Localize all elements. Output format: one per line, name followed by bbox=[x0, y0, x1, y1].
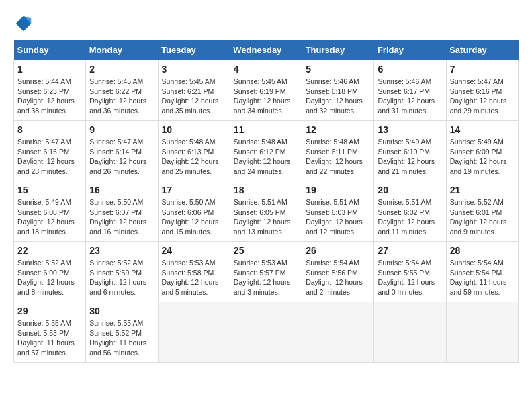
sunset-text: Sunset: 6:09 PM bbox=[450, 147, 515, 157]
sunset-text: Sunset: 6:05 PM bbox=[234, 208, 298, 218]
day-info: Sunrise: 5:47 AM Sunset: 6:14 PM Dayligh… bbox=[89, 137, 154, 177]
sunset-text: Sunset: 6:14 PM bbox=[89, 147, 154, 157]
calendar-cell: 1 Sunrise: 5:44 AM Sunset: 6:23 PM Dayli… bbox=[14, 60, 86, 121]
daylight-text: Daylight: 12 hours and 28 minutes. bbox=[17, 156, 82, 176]
day-info: Sunrise: 5:55 AM Sunset: 5:53 PM Dayligh… bbox=[17, 318, 82, 358]
calendar-cell: 13 Sunrise: 5:49 AM Sunset: 6:10 PM Dayl… bbox=[374, 121, 446, 181]
day-info: Sunrise: 5:49 AM Sunset: 6:08 PM Dayligh… bbox=[17, 197, 82, 237]
day-info: Sunrise: 5:53 AM Sunset: 5:58 PM Dayligh… bbox=[162, 258, 226, 298]
sunset-text: Sunset: 5:55 PM bbox=[378, 268, 442, 278]
calendar-cell: 11 Sunrise: 5:48 AM Sunset: 6:12 PM Dayl… bbox=[230, 121, 302, 181]
sunset-text: Sunset: 6:15 PM bbox=[17, 147, 82, 157]
day-number: 3 bbox=[162, 64, 226, 75]
sunrise-text: Sunrise: 5:45 AM bbox=[162, 77, 226, 87]
day-info: Sunrise: 5:55 AM Sunset: 5:52 PM Dayligh… bbox=[89, 318, 154, 358]
sunrise-text: Sunrise: 5:52 AM bbox=[89, 258, 154, 268]
daylight-text: Daylight: 12 hours and 2 minutes. bbox=[306, 277, 370, 297]
day-number: 14 bbox=[450, 124, 515, 135]
daylight-text: Daylight: 12 hours and 16 minutes. bbox=[89, 217, 154, 236]
calendar-cell: 17 Sunrise: 5:50 AM Sunset: 6:06 PM Dayl… bbox=[158, 181, 230, 242]
sunrise-text: Sunrise: 5:52 AM bbox=[17, 258, 82, 268]
sunset-text: Sunset: 6:02 PM bbox=[378, 208, 442, 218]
day-header-saturday: Saturday bbox=[446, 40, 518, 60]
day-info: Sunrise: 5:54 AM Sunset: 5:56 PM Dayligh… bbox=[306, 258, 370, 298]
calendar-cell: 18 Sunrise: 5:51 AM Sunset: 6:05 PM Dayl… bbox=[230, 181, 302, 242]
daylight-text: Daylight: 12 hours and 26 minutes. bbox=[89, 156, 154, 176]
sunrise-text: Sunrise: 5:54 AM bbox=[378, 258, 442, 268]
calendar-cell: 24 Sunrise: 5:53 AM Sunset: 5:58 PM Dayl… bbox=[158, 242, 230, 302]
day-number: 27 bbox=[378, 245, 442, 256]
day-number: 16 bbox=[89, 185, 154, 195]
day-header-wednesday: Wednesday bbox=[230, 40, 302, 60]
day-header-friday: Friday bbox=[374, 40, 446, 60]
sunrise-text: Sunrise: 5:46 AM bbox=[378, 77, 442, 87]
sunset-text: Sunset: 6:08 PM bbox=[17, 208, 82, 218]
day-number: 17 bbox=[162, 185, 226, 195]
day-number: 24 bbox=[162, 245, 226, 256]
sunset-text: Sunset: 6:01 PM bbox=[450, 208, 515, 218]
sunrise-text: Sunrise: 5:51 AM bbox=[306, 197, 370, 208]
sunrise-text: Sunrise: 5:50 AM bbox=[89, 197, 154, 208]
calendar-cell: 27 Sunrise: 5:54 AM Sunset: 5:55 PM Dayl… bbox=[374, 242, 446, 302]
daylight-text: Daylight: 12 hours and 8 minutes. bbox=[17, 277, 82, 297]
calendar-cell: 26 Sunrise: 5:54 AM Sunset: 5:56 PM Dayl… bbox=[302, 242, 374, 302]
day-number: 30 bbox=[89, 306, 154, 316]
daylight-text: Daylight: 12 hours and 15 minutes. bbox=[162, 217, 226, 236]
sunrise-text: Sunrise: 5:51 AM bbox=[234, 197, 298, 208]
sunrise-text: Sunrise: 5:54 AM bbox=[306, 258, 370, 268]
day-header-sunday: Sunday bbox=[14, 40, 86, 60]
daylight-text: Daylight: 12 hours and 35 minutes. bbox=[162, 96, 226, 116]
daylight-text: Daylight: 11 hours and 59 minutes. bbox=[450, 277, 515, 297]
day-info: Sunrise: 5:44 AM Sunset: 6:23 PM Dayligh… bbox=[17, 77, 82, 116]
daylight-text: Daylight: 12 hours and 21 minutes. bbox=[378, 156, 442, 176]
day-number: 23 bbox=[89, 245, 154, 256]
day-number: 4 bbox=[234, 64, 298, 75]
day-info: Sunrise: 5:46 AM Sunset: 6:18 PM Dayligh… bbox=[306, 77, 370, 116]
daylight-text: Daylight: 12 hours and 11 minutes. bbox=[378, 217, 442, 236]
day-info: Sunrise: 5:47 AM Sunset: 6:15 PM Dayligh… bbox=[17, 137, 82, 177]
sunrise-text: Sunrise: 5:54 AM bbox=[450, 258, 515, 268]
calendar-cell bbox=[302, 302, 374, 363]
sunrise-text: Sunrise: 5:44 AM bbox=[17, 77, 82, 87]
daylight-text: Daylight: 11 hours and 56 minutes. bbox=[89, 338, 154, 357]
sunset-text: Sunset: 6:22 PM bbox=[89, 87, 154, 97]
day-info: Sunrise: 5:53 AM Sunset: 5:57 PM Dayligh… bbox=[234, 258, 298, 298]
day-number: 10 bbox=[162, 124, 226, 135]
calendar-cell: 4 Sunrise: 5:45 AM Sunset: 6:19 PM Dayli… bbox=[230, 60, 302, 121]
day-info: Sunrise: 5:54 AM Sunset: 5:55 PM Dayligh… bbox=[378, 258, 442, 298]
page-header bbox=[13, 13, 519, 34]
day-number: 7 bbox=[450, 64, 515, 75]
calendar-cell: 3 Sunrise: 5:45 AM Sunset: 6:21 PM Dayli… bbox=[158, 60, 230, 121]
sunset-text: Sunset: 5:59 PM bbox=[89, 268, 154, 278]
daylight-text: Daylight: 12 hours and 13 minutes. bbox=[234, 217, 298, 236]
day-number: 8 bbox=[17, 124, 82, 135]
sunset-text: Sunset: 5:56 PM bbox=[306, 268, 370, 278]
calendar-cell bbox=[158, 302, 230, 363]
sunset-text: Sunset: 5:54 PM bbox=[450, 268, 515, 278]
calendar-cell: 6 Sunrise: 5:46 AM Sunset: 6:17 PM Dayli… bbox=[374, 60, 446, 121]
calendar-cell: 8 Sunrise: 5:47 AM Sunset: 6:15 PM Dayli… bbox=[14, 121, 86, 181]
calendar-table: SundayMondayTuesdayWednesdayThursdayFrid… bbox=[13, 40, 519, 363]
day-info: Sunrise: 5:52 AM Sunset: 5:59 PM Dayligh… bbox=[89, 258, 154, 298]
calendar-cell: 12 Sunrise: 5:48 AM Sunset: 6:11 PM Dayl… bbox=[302, 121, 374, 181]
sunset-text: Sunset: 6:16 PM bbox=[450, 87, 515, 97]
day-number: 21 bbox=[450, 185, 515, 195]
calendar-cell: 14 Sunrise: 5:49 AM Sunset: 6:09 PM Dayl… bbox=[446, 121, 518, 181]
sunrise-text: Sunrise: 5:49 AM bbox=[450, 137, 515, 147]
sunrise-text: Sunrise: 5:46 AM bbox=[306, 77, 370, 87]
day-number: 5 bbox=[306, 64, 370, 75]
calendar-cell: 2 Sunrise: 5:45 AM Sunset: 6:22 PM Dayli… bbox=[86, 60, 158, 121]
day-number: 20 bbox=[378, 185, 442, 195]
daylight-text: Daylight: 12 hours and 31 minutes. bbox=[378, 96, 442, 116]
calendar-cell bbox=[230, 302, 302, 363]
sunset-text: Sunset: 6:00 PM bbox=[17, 268, 82, 278]
sunset-text: Sunset: 6:11 PM bbox=[306, 147, 370, 157]
day-info: Sunrise: 5:48 AM Sunset: 6:11 PM Dayligh… bbox=[306, 137, 370, 177]
sunrise-text: Sunrise: 5:55 AM bbox=[89, 318, 154, 328]
sunrise-text: Sunrise: 5:48 AM bbox=[306, 137, 370, 147]
calendar-cell: 29 Sunrise: 5:55 AM Sunset: 5:53 PM Dayl… bbox=[14, 302, 86, 363]
day-number: 29 bbox=[17, 306, 82, 316]
day-number: 26 bbox=[306, 245, 370, 256]
day-info: Sunrise: 5:47 AM Sunset: 6:16 PM Dayligh… bbox=[450, 77, 515, 116]
day-info: Sunrise: 5:45 AM Sunset: 6:19 PM Dayligh… bbox=[234, 77, 298, 116]
